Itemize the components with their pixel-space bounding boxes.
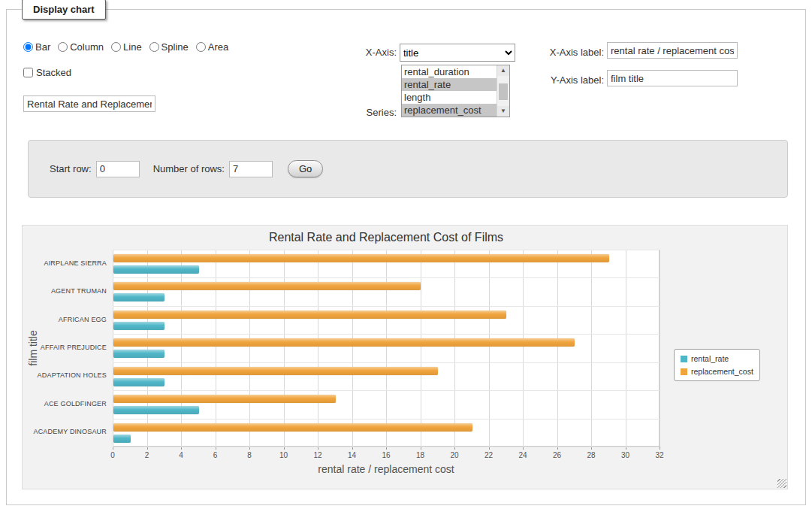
series-select-label: Series: [330, 107, 397, 118]
chart-type-label: Area [208, 41, 228, 53]
stacked-checkbox[interactable] [23, 68, 33, 77]
listbox-scrollbar[interactable]: ▲ ▼ [497, 65, 509, 117]
series-option-rental_duration[interactable]: rental_duration [402, 65, 497, 78]
y-gridline [113, 306, 660, 307]
category-label: AGENT TRUMAN [23, 287, 107, 295]
bar-replacement_cost [113, 282, 421, 290]
scroll-thumb[interactable] [499, 83, 508, 100]
chart-type-radio-line[interactable] [111, 42, 121, 52]
chart-type-label: Column [70, 41, 104, 53]
x-gridline [421, 250, 421, 447]
x-gridline [660, 250, 660, 447]
x-gridline [113, 250, 113, 447]
x-tick-label: 18 [409, 451, 432, 459]
x-gridline [352, 250, 353, 447]
legend-label: replacement_cost [691, 367, 753, 376]
x-tick-label: 0 [101, 451, 124, 459]
chart-title-input[interactable] [23, 95, 155, 112]
y-gridline [113, 334, 660, 335]
scroll-down-arrow[interactable]: ▼ [497, 106, 509, 117]
series-option-rental_rate[interactable]: rental_rate [402, 78, 497, 91]
x-axis-select-label: X-Axis: [330, 47, 397, 58]
num-rows-label: Number of rows: [153, 163, 225, 174]
chart-legend: rental_ratereplacement_cost [674, 349, 760, 381]
x-gridline [284, 250, 285, 447]
chart-type-label: Spline [161, 41, 189, 53]
bar-replacement_cost [113, 395, 336, 403]
bar-replacement_cost [113, 423, 472, 432]
x-tick-label: 8 [238, 451, 261, 459]
x-axis-label-input[interactable] [607, 42, 738, 59]
y-gridline [113, 250, 660, 250]
stacked-label[interactable]: Stacked [36, 67, 71, 78]
bar-rental_rate [113, 265, 199, 274]
start-row-label: Start row: [50, 163, 92, 174]
resize-handle-icon[interactable] [777, 479, 786, 488]
x-gridline [489, 250, 490, 447]
x-gridline [216, 250, 216, 447]
bar-rental_rate [113, 406, 199, 414]
x-tick-label: 6 [204, 451, 227, 459]
x-tick-label: 20 [443, 451, 466, 459]
y-gridline [113, 390, 660, 391]
series-option-length[interactable]: length [402, 91, 497, 104]
bar-replacement_cost [113, 254, 609, 262]
x-tick-label: 26 [546, 451, 569, 459]
category-label: ADAPTATION HOLES [23, 371, 107, 379]
x-gridline [249, 250, 250, 447]
legend-item-replacement_cost[interactable]: replacement_cost [681, 367, 753, 376]
x-tick-label: 24 [512, 451, 534, 459]
chart-type-option-area[interactable]: Area [196, 41, 228, 53]
x-gridline [147, 250, 148, 447]
chart-type-label: Bar [35, 41, 50, 53]
x-tick-label: 32 [648, 451, 671, 459]
series-option-replacement_cost[interactable]: replacement_cost [402, 104, 497, 117]
category-label: AFRICAN EGG [23, 316, 107, 323]
x-tick-label: 16 [375, 451, 397, 459]
chart-canvas: Rental Rate and Replacement Cost of Film… [22, 225, 788, 489]
legend-swatch [681, 356, 687, 362]
x-gridline [386, 250, 387, 447]
chart-type-option-column[interactable]: Column [58, 41, 104, 53]
num-rows-input[interactable] [229, 161, 273, 177]
bar-rental_rate [113, 293, 165, 301]
bar-rental_rate [113, 322, 165, 330]
bar-replacement_cost [113, 311, 506, 319]
x-gridline [318, 250, 318, 447]
start-row-input[interactable] [96, 161, 140, 177]
chart-type-radio-spline[interactable] [149, 42, 159, 52]
x-tick-label: 22 [478, 451, 500, 459]
legend-item-rental_rate[interactable]: rental_rate [681, 354, 753, 363]
category-label: AIRPLANE SIERRA [23, 259, 107, 267]
go-button[interactable]: Go [288, 160, 323, 177]
bar-rental_rate [113, 350, 165, 358]
chart-type-option-line[interactable]: Line [111, 41, 142, 53]
chart-type-radio-column[interactable] [58, 42, 68, 52]
display-chart-panel: Display chart BarColumnLineSplineArea St… [6, 9, 806, 505]
x-tick-label: 28 [580, 451, 602, 459]
y-axis-label-input[interactable] [607, 70, 738, 86]
x-axis-label-label: X-Axis label: [503, 47, 604, 58]
chart-type-option-spline[interactable]: Spline [149, 41, 189, 53]
x-tickmark [660, 447, 660, 450]
chart-type-label: Line [123, 41, 142, 53]
y-gridline [113, 419, 660, 420]
x-tick-label: 12 [306, 451, 329, 459]
x-gridline [523, 250, 524, 447]
chart-type-radio-bar[interactable] [23, 42, 33, 52]
y-gridline [113, 447, 660, 447]
panel-title: Display chart [22, 0, 106, 20]
x-gridline [626, 250, 626, 447]
x-tick-label: 14 [341, 451, 364, 459]
series-listbox[interactable]: rental_durationrental_ratelengthreplacem… [401, 65, 510, 117]
chart-title: Rental Rate and Replacement Cost of Film… [113, 231, 660, 244]
x-tick-label: 10 [273, 451, 295, 459]
x-gridline [591, 250, 592, 447]
chart-type-radio-area[interactable] [196, 42, 206, 52]
category-label: ACE GOLDFINGER [23, 400, 107, 407]
chart-type-option-bar[interactable]: Bar [23, 41, 50, 53]
x-axis-select[interactable]: title [400, 44, 515, 62]
bar-replacement_cost [113, 367, 438, 375]
y-gridline [113, 277, 660, 278]
category-label: AFFAIR PREJUDICE [23, 344, 107, 351]
